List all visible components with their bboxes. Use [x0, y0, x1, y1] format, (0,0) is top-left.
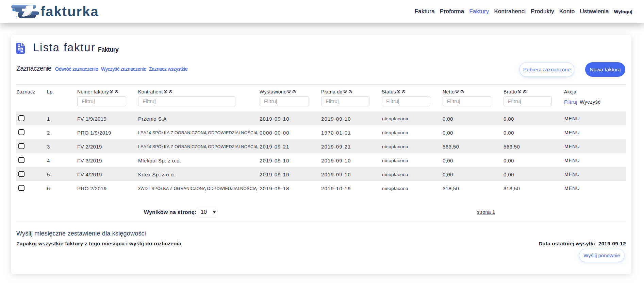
- svg-text:fakturka: fakturka: [40, 4, 99, 19]
